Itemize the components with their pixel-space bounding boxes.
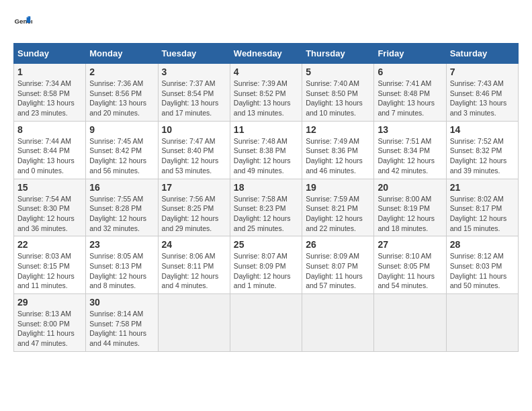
day-info: Sunrise: 8:10 AM Sunset: 8:05 PM Dayligh… (378, 251, 442, 291)
day-number: 24 (162, 239, 226, 250)
day-number: 7 (450, 66, 515, 77)
calendar-cell: 19Sunrise: 7:59 AM Sunset: 8:21 PM Dayli… (302, 179, 374, 236)
day-number: 10 (162, 124, 226, 135)
calendar-week-row: 22Sunrise: 8:03 AM Sunset: 8:15 PM Dayli… (14, 236, 519, 294)
day-info: Sunrise: 7:34 AM Sunset: 8:58 PM Dayligh… (17, 79, 82, 118)
day-info: Sunrise: 7:36 AM Sunset: 8:56 PM Dayligh… (89, 79, 154, 118)
calendar-cell: 27Sunrise: 8:10 AM Sunset: 8:05 PM Dayli… (374, 236, 446, 294)
day-info: Sunrise: 7:51 AM Sunset: 8:34 PM Dayligh… (378, 136, 442, 176)
calendar-cell: 14Sunrise: 7:52 AM Sunset: 8:32 PM Dayli… (446, 121, 518, 179)
day-number: 17 (162, 182, 226, 193)
day-number: 21 (450, 182, 515, 193)
day-info: Sunrise: 8:03 AM Sunset: 8:15 PM Dayligh… (17, 251, 82, 291)
day-info: Sunrise: 8:13 AM Sunset: 8:00 PM Dayligh… (17, 309, 82, 349)
calendar-cell: 16Sunrise: 7:55 AM Sunset: 8:28 PM Dayli… (86, 179, 158, 236)
day-number: 20 (378, 182, 442, 193)
weekday-header: Tuesday (158, 44, 230, 64)
day-info: Sunrise: 8:07 AM Sunset: 8:09 PM Dayligh… (234, 251, 298, 291)
day-info: Sunrise: 7:55 AM Sunset: 8:28 PM Dayligh… (89, 194, 154, 234)
day-info: Sunrise: 8:14 AM Sunset: 7:58 PM Dayligh… (89, 309, 154, 349)
day-number: 9 (89, 124, 154, 135)
day-info: Sunrise: 7:56 AM Sunset: 8:25 PM Dayligh… (162, 194, 226, 234)
day-info: Sunrise: 8:09 AM Sunset: 8:07 PM Dayligh… (306, 251, 370, 291)
day-number: 14 (450, 124, 515, 135)
weekday-header: Friday (374, 44, 446, 64)
calendar-cell: 20Sunrise: 8:00 AM Sunset: 8:19 PM Dayli… (374, 179, 446, 236)
weekday-header: Monday (86, 44, 158, 64)
day-info: Sunrise: 8:00 AM Sunset: 8:19 PM Dayligh… (378, 194, 442, 234)
calendar-cell: 10Sunrise: 7:47 AM Sunset: 8:40 PM Dayli… (158, 121, 230, 179)
calendar-week-row: 15Sunrise: 7:54 AM Sunset: 8:30 PM Dayli… (14, 179, 519, 236)
day-info: Sunrise: 7:49 AM Sunset: 8:36 PM Dayligh… (306, 136, 370, 176)
day-number: 28 (450, 239, 515, 250)
day-info: Sunrise: 7:47 AM Sunset: 8:40 PM Dayligh… (162, 136, 226, 176)
weekday-header: Thursday (302, 44, 374, 64)
day-info: Sunrise: 7:43 AM Sunset: 8:46 PM Dayligh… (450, 79, 515, 118)
day-info: Sunrise: 8:06 AM Sunset: 8:11 PM Dayligh… (162, 251, 226, 291)
calendar-table: SundayMondayTuesdayWednesdayThursdayFrid… (13, 43, 519, 352)
logo-icon: General (13, 13, 32, 32)
page-header: General (13, 13, 519, 32)
calendar-cell (374, 294, 446, 352)
calendar-cell: 4Sunrise: 7:39 AM Sunset: 8:52 PM Daylig… (230, 64, 302, 122)
calendar-cell: 13Sunrise: 7:51 AM Sunset: 8:34 PM Dayli… (374, 121, 446, 179)
day-number: 18 (234, 182, 298, 193)
day-info: Sunrise: 7:41 AM Sunset: 8:48 PM Dayligh… (378, 79, 442, 118)
calendar-cell: 29Sunrise: 8:13 AM Sunset: 8:00 PM Dayli… (14, 294, 86, 352)
day-info: Sunrise: 8:12 AM Sunset: 8:03 PM Dayligh… (450, 251, 515, 291)
calendar-cell: 26Sunrise: 8:09 AM Sunset: 8:07 PM Dayli… (302, 236, 374, 294)
day-number: 11 (234, 124, 298, 135)
calendar-cell: 6Sunrise: 7:41 AM Sunset: 8:48 PM Daylig… (374, 64, 446, 122)
day-number: 3 (162, 66, 226, 77)
calendar-cell: 3Sunrise: 7:37 AM Sunset: 8:54 PM Daylig… (158, 64, 230, 122)
calendar-week-row: 1Sunrise: 7:34 AM Sunset: 8:58 PM Daylig… (14, 64, 519, 122)
calendar-cell: 28Sunrise: 8:12 AM Sunset: 8:03 PM Dayli… (446, 236, 518, 294)
calendar-cell: 18Sunrise: 7:58 AM Sunset: 8:23 PM Dayli… (230, 179, 302, 236)
day-info: Sunrise: 7:52 AM Sunset: 8:32 PM Dayligh… (450, 136, 515, 176)
calendar-cell: 24Sunrise: 8:06 AM Sunset: 8:11 PM Dayli… (158, 236, 230, 294)
day-number: 19 (306, 182, 370, 193)
day-number: 27 (378, 239, 442, 250)
day-number: 4 (234, 66, 298, 77)
calendar-cell: 12Sunrise: 7:49 AM Sunset: 8:36 PM Dayli… (302, 121, 374, 179)
calendar-cell: 17Sunrise: 7:56 AM Sunset: 8:25 PM Dayli… (158, 179, 230, 236)
calendar-cell: 7Sunrise: 7:43 AM Sunset: 8:46 PM Daylig… (446, 64, 518, 122)
calendar-cell (230, 294, 302, 352)
day-info: Sunrise: 7:54 AM Sunset: 8:30 PM Dayligh… (17, 194, 82, 234)
calendar-cell: 25Sunrise: 8:07 AM Sunset: 8:09 PM Dayli… (230, 236, 302, 294)
calendar-cell: 1Sunrise: 7:34 AM Sunset: 8:58 PM Daylig… (14, 64, 86, 122)
day-number: 1 (17, 66, 82, 77)
calendar-cell (302, 294, 374, 352)
day-number: 16 (89, 182, 154, 193)
day-info: Sunrise: 7:48 AM Sunset: 8:38 PM Dayligh… (234, 136, 298, 176)
day-number: 5 (306, 66, 370, 77)
calendar-cell (158, 294, 230, 352)
calendar-cell: 2Sunrise: 7:36 AM Sunset: 8:56 PM Daylig… (86, 64, 158, 122)
calendar-cell: 21Sunrise: 8:02 AM Sunset: 8:17 PM Dayli… (446, 179, 518, 236)
day-number: 22 (17, 239, 82, 250)
day-number: 12 (306, 124, 370, 135)
day-info: Sunrise: 7:44 AM Sunset: 8:44 PM Dayligh… (17, 136, 82, 176)
day-number: 13 (378, 124, 442, 135)
weekday-header: Wednesday (230, 44, 302, 64)
calendar-cell: 5Sunrise: 7:40 AM Sunset: 8:50 PM Daylig… (302, 64, 374, 122)
day-info: Sunrise: 7:40 AM Sunset: 8:50 PM Dayligh… (306, 79, 370, 118)
calendar-cell: 30Sunrise: 8:14 AM Sunset: 7:58 PM Dayli… (86, 294, 158, 352)
calendar-cell: 8Sunrise: 7:44 AM Sunset: 8:44 PM Daylig… (14, 121, 86, 179)
calendar-header-row: SundayMondayTuesdayWednesdayThursdayFrid… (14, 44, 519, 64)
calendar-cell: 11Sunrise: 7:48 AM Sunset: 8:38 PM Dayli… (230, 121, 302, 179)
day-number: 15 (17, 182, 82, 193)
calendar-week-row: 8Sunrise: 7:44 AM Sunset: 8:44 PM Daylig… (14, 121, 519, 179)
day-number: 23 (89, 239, 154, 250)
day-number: 25 (234, 239, 298, 250)
weekday-header: Saturday (446, 44, 518, 64)
day-number: 6 (378, 66, 442, 77)
day-info: Sunrise: 8:05 AM Sunset: 8:13 PM Dayligh… (89, 251, 154, 291)
calendar-cell: 15Sunrise: 7:54 AM Sunset: 8:30 PM Dayli… (14, 179, 86, 236)
calendar-cell: 22Sunrise: 8:03 AM Sunset: 8:15 PM Dayli… (14, 236, 86, 294)
logo: General (13, 13, 35, 32)
day-info: Sunrise: 7:37 AM Sunset: 8:54 PM Dayligh… (162, 79, 226, 118)
calendar-cell: 9Sunrise: 7:45 AM Sunset: 8:42 PM Daylig… (86, 121, 158, 179)
weekday-header: Sunday (14, 44, 86, 64)
day-info: Sunrise: 8:02 AM Sunset: 8:17 PM Dayligh… (450, 194, 515, 234)
